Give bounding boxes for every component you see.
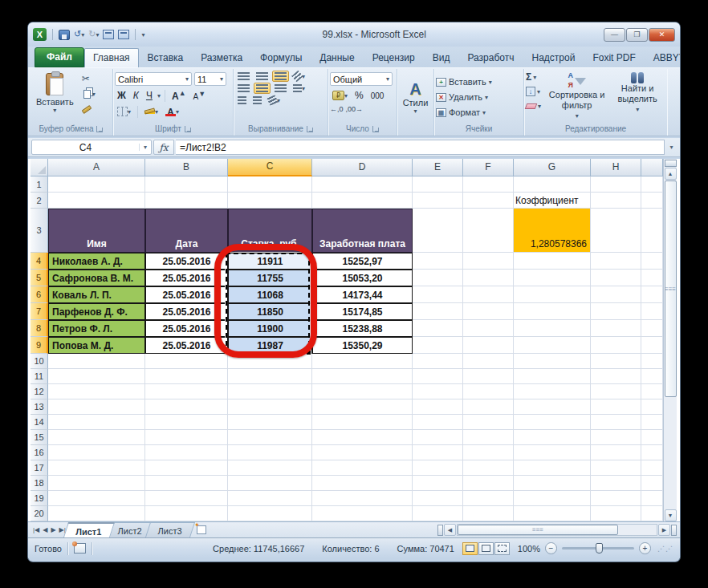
grid-cell[interactable] (413, 303, 463, 320)
borders-button[interactable]: ▾ (115, 105, 133, 118)
grid-cell[interactable] (145, 176, 228, 193)
grid-cell[interactable] (641, 460, 663, 476)
grid-cell[interactable] (312, 476, 413, 491)
column-header-D[interactable]: D (312, 159, 413, 176)
row-header-4[interactable]: 4 (31, 253, 48, 270)
grid-cell[interactable] (463, 399, 514, 415)
grid-cell[interactable] (312, 176, 413, 193)
grid-cell[interactable] (641, 320, 663, 337)
grid-cell[interactable] (413, 337, 463, 354)
fill-color-button[interactable]: ▾ (142, 107, 161, 117)
table-cell[interactable]: 15053,20 (312, 270, 413, 286)
grid-cell[interactable] (641, 384, 663, 399)
grid-cell[interactable] (591, 320, 641, 337)
grid-cell[interactable] (463, 491, 514, 506)
grid-cell[interactable] (48, 445, 145, 460)
row-header-18[interactable]: 18 (31, 476, 48, 491)
grid-cell[interactable] (463, 209, 514, 253)
ribbon-tab-Главная[interactable]: Главная (84, 48, 139, 67)
zoom-in-icon[interactable]: + (639, 542, 651, 554)
vertical-split-handle[interactable] (665, 160, 677, 167)
grid-cell[interactable] (641, 354, 663, 369)
grid-cell[interactable] (514, 369, 591, 384)
name-box[interactable]: C4 ▾ (31, 140, 152, 155)
grid-cell[interactable] (228, 430, 312, 445)
font-family-select[interactable]: Calibri▾ (115, 72, 192, 86)
clear-icon[interactable]: ▾ (526, 99, 541, 112)
redo-icon[interactable]: ↻▾ (88, 28, 99, 41)
grid-cell[interactable] (591, 491, 641, 506)
grid-cell[interactable] (641, 506, 663, 521)
zoom-slider-thumb[interactable] (596, 543, 603, 554)
grid-cell[interactable] (514, 506, 591, 521)
font-dialog-launcher[interactable] (185, 126, 191, 132)
grid-cell[interactable] (591, 209, 641, 253)
grid-cell[interactable] (641, 491, 663, 506)
grid-cell[interactable] (48, 460, 145, 476)
bottom-align-icon[interactable] (272, 71, 289, 82)
grid-cell[interactable] (591, 176, 641, 193)
grid-cell[interactable] (48, 176, 145, 193)
horizontal-scroll-thumb[interactable]: ≡≡≡ (458, 525, 618, 535)
zoom-out-icon[interactable]: − (545, 542, 557, 554)
grid-cell[interactable] (228, 369, 312, 384)
page-layout-view-icon[interactable] (478, 542, 494, 555)
print-preview-icon[interactable] (103, 30, 114, 39)
grid-cell[interactable] (413, 270, 463, 286)
grid-cell[interactable] (145, 354, 228, 369)
first-sheet-icon[interactable]: |◀ (33, 526, 39, 533)
grid-cell[interactable] (145, 193, 228, 209)
zoom-level[interactable]: 100% (518, 544, 540, 554)
grid-cell[interactable] (463, 460, 514, 476)
table-cell[interactable]: Попова М. Д. (48, 337, 145, 354)
paste-button[interactable]: Вставить ▾ (31, 71, 79, 116)
grid-cell[interactable] (48, 506, 145, 521)
grid-cell[interactable] (514, 337, 591, 354)
grid-cell[interactable] (145, 506, 228, 521)
find-select-button[interactable]: Найти и выделить▾ (609, 71, 665, 116)
row-header-7[interactable]: 7 (31, 303, 48, 320)
row-header-19[interactable]: 19 (31, 491, 48, 506)
grid-cell[interactable] (413, 209, 463, 253)
grid-cell[interactable] (312, 430, 413, 445)
ribbon-tab-Надстрой[interactable]: Надстрой (523, 48, 584, 67)
insert-worksheet-button[interactable] (193, 522, 210, 537)
align-right-icon[interactable] (272, 83, 289, 94)
column-header-G[interactable]: G (514, 159, 591, 176)
row-header-3[interactable]: 3 (31, 209, 48, 253)
grid-cell[interactable] (463, 193, 514, 209)
select-all-corner[interactable] (31, 159, 48, 176)
grid-cell[interactable] (413, 476, 463, 491)
grid-cell[interactable] (463, 286, 514, 303)
grid-cell[interactable] (413, 430, 463, 445)
grid-cell[interactable] (641, 399, 663, 415)
row-header-16[interactable]: 16 (31, 445, 48, 460)
grid-cell[interactable] (591, 253, 641, 270)
grid-cell[interactable] (514, 491, 591, 506)
column-header-partial[interactable] (641, 159, 663, 176)
grid-cell[interactable] (312, 354, 413, 369)
grid-cell[interactable] (641, 415, 663, 430)
grid-cell[interactable] (463, 337, 514, 354)
grid-cell[interactable] (514, 303, 591, 320)
grid-cell[interactable] (312, 506, 413, 521)
number-format-select[interactable]: Общий▾ (330, 72, 393, 86)
grid-cell[interactable] (413, 253, 463, 270)
fill-icon[interactable]: ↓▾ (526, 85, 541, 98)
row-header-10[interactable]: 10 (31, 354, 48, 369)
grid-cell[interactable] (514, 354, 591, 369)
grid-cell[interactable] (463, 354, 514, 369)
table-header-cell[interactable]: Имя (48, 209, 145, 253)
grid-cell[interactable] (312, 369, 413, 384)
middle-align-icon[interactable] (254, 71, 271, 82)
grid-cell[interactable] (641, 430, 663, 445)
cut-icon[interactable]: ✂ (82, 72, 98, 85)
copy-icon[interactable]: ▾ (82, 87, 98, 100)
grid-cell[interactable] (48, 354, 145, 369)
grid-cell[interactable] (641, 176, 663, 193)
table-cell[interactable]: Парфенов Д. Ф. (48, 303, 145, 320)
grid-cell[interactable] (145, 384, 228, 399)
vertical-scrollbar[interactable]: ▲ ≡≡≡ ▼ (663, 159, 677, 521)
grid-cell[interactable] (514, 399, 591, 415)
grid-cell[interactable] (591, 286, 641, 303)
